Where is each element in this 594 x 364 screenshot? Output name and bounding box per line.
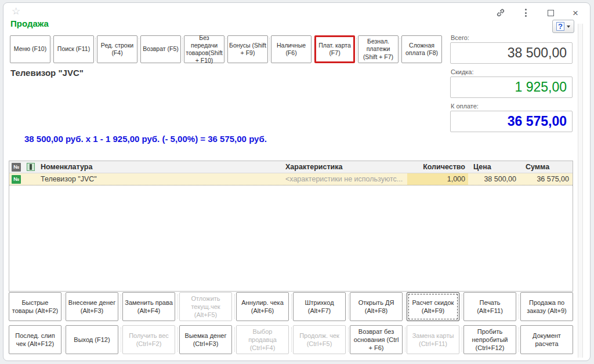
get-weight-button: Получить вес (Ctrl+F2) [122,325,175,354]
sum-cell[interactable]: 36 575,00 [519,175,573,183]
chevron-down-icon [567,26,570,28]
nomenclature-cell[interactable]: Телевизор "JVC" [38,175,284,183]
row-number-header[interactable]: № [9,163,23,172]
actions-row-2: Послед. слип чек (Alt+F12) Выход (F12) П… [9,325,573,354]
withdraw-money-button[interactable]: Выемка денег (Ctrl+F3) [179,325,232,354]
sale-window: ☆ × Продажа ? Меню (F10) Поиск (F11) Ред… [3,2,591,361]
actions-row-1: Быстрые товары (Alt+F2) Внесение денег (… [9,292,573,321]
totals-panel: Всего: 38 500,00 Скидка: 1 925,00 К опла… [450,34,573,137]
last-slip-receipt-button[interactable]: Послед. слип чек (Alt+F12) [9,325,61,354]
cancel-receipt-button[interactable]: Аннулир. чека (Alt+F6) [236,292,289,321]
column-marker-icon [27,163,35,171]
help-button[interactable]: ? [552,20,574,33]
price-cell[interactable]: 38 500,00 [468,175,519,183]
to-pay-label: К оплате: [451,103,573,110]
return-without-reason-button[interactable]: Возврат без основания (Ctrl + F6) [350,325,403,354]
close-icon[interactable]: × [570,8,581,18]
more-menu-icon[interactable] [520,8,531,18]
menu-button[interactable]: Меню (F10) [10,35,50,63]
deposit-money-button[interactable]: Внесение денег (Alt+F3) [66,292,118,321]
sale-by-order-button[interactable]: Продажа по заказу (Alt+9) [520,292,573,321]
help-icon: ? [556,22,564,31]
quantity-header[interactable]: Количество [407,163,468,171]
total-label: Всего: [451,34,573,41]
calculate-discounts-button[interactable]: Расчет скидок (Alt+F9) [407,292,459,321]
link-icon[interactable] [495,8,506,18]
sum-header[interactable]: Сумма [519,163,573,171]
discount-label: Скидка: [451,68,573,75]
pos-screen: ☆ × Продажа ? Меню (F10) Поиск (F11) Ред… [0,0,594,364]
barcode-button[interactable]: Штрихкод (Alt+F7) [293,292,346,321]
print-button[interactable]: Печать (Alt+F11) [463,292,516,321]
edit-row-button[interactable]: Ред. строки (F4) [97,35,137,63]
total-value-field: 38 500,00 [450,42,573,64]
characteristic-header[interactable]: Характеристика [284,163,407,171]
complex-payment-button[interactable]: Сложная оплата (F8) [401,35,442,63]
payment-card-button[interactable]: Плат. карта (F7) [314,35,355,63]
discount-calculation-line: 38 500,00 руб. x 1 - 1 925,00 руб. (- 5,… [24,134,267,144]
discount-value-field: 1 925,00 [450,77,573,98]
no-goods-transfer-button[interactable]: Без передачи товаров(Shift + F10) [184,35,224,63]
price-header[interactable]: Цена [468,163,519,171]
replace-card-button: Замена карты (Ctrl+F11) [407,325,459,354]
quantity-cell[interactable]: 1,000 [407,173,468,185]
select-seller-button: Выбор продавца (Ctrl+F4) [236,325,289,354]
maximize-icon[interactable] [545,8,556,18]
settlement-document-button[interactable]: Документ расчета [520,325,573,354]
continue-receipt-button: Продолж. чек (Ctrl+F5) [293,325,346,354]
cash-button[interactable]: Наличные (F6) [271,35,312,63]
marker-column-header[interactable] [23,163,38,171]
table-header-row: № Номенклатура Характеристика Количество… [9,161,573,173]
items-table: № Номенклатура Характеристика Количество… [9,161,573,292]
open-cash-drawer-button[interactable]: Открыть ДЯ (Alt+F8) [350,292,403,321]
search-button[interactable]: Поиск (F11) [53,35,94,63]
window-controls: × [495,8,581,18]
nomenclature-header[interactable]: Номенклатура [38,163,284,171]
exit-button[interactable]: Выход (F12) [66,325,118,354]
cashless-payments-button[interactable]: Безнал. платежи (Shift + F7) [358,35,399,63]
vertical-scrollbar[interactable] [578,24,583,358]
row-number-cell: № [9,175,23,184]
command-bar: Меню (F10) Поиск (F11) Ред. строки (F4) … [10,35,448,63]
current-product-title: Телевизор "JVC" [10,68,84,78]
punch-unpunched-button[interactable]: Пробить непробитый (Ctrl+F12) [463,325,516,354]
favorite-star-icon[interactable]: ☆ [12,5,20,17]
table-row[interactable]: № Телевизор "JVC" <характеристики не исп… [9,173,573,185]
bonuses-button[interactable]: Бонусы (Shift + F9) [227,35,268,63]
quick-goods-button[interactable]: Быстрые товары (Alt+F2) [9,292,61,321]
row-number-icon: № [12,175,21,184]
change-rights-button[interactable]: Заменить права (Alt+F4) [122,292,175,321]
page-title: Продажа [10,19,49,28]
characteristic-cell[interactable]: <характеристики не используютс... [284,175,407,183]
to-pay-value-field: 36 575,00 [450,111,573,132]
return-button[interactable]: Возврат (F5) [140,35,181,63]
postpone-receipt-button: Отложить текущ.чек (Alt+F5) [179,292,232,321]
number-icon: № [12,163,21,172]
